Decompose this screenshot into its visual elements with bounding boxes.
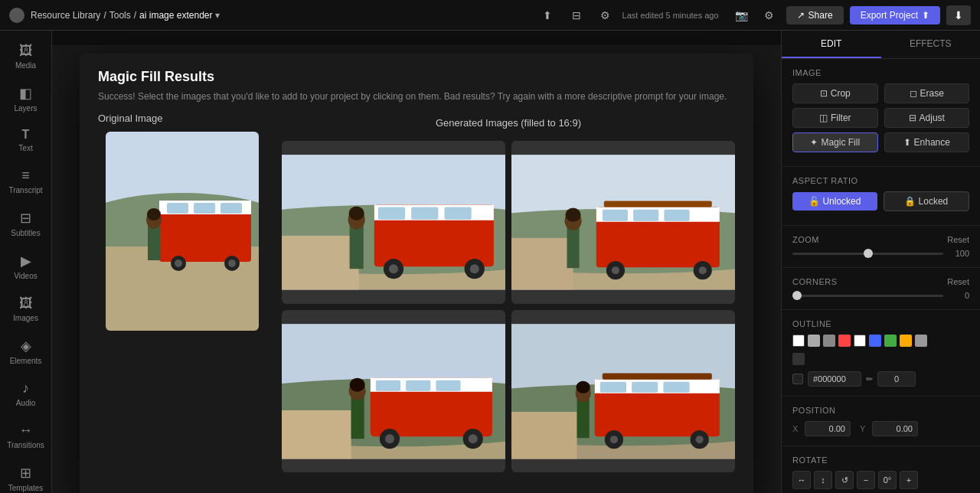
svg-rect-28 bbox=[350, 224, 364, 269]
camera-icon-btn[interactable]: 📷 bbox=[731, 5, 753, 26]
upload-icon-btn[interactable]: ⬆ bbox=[537, 5, 558, 26]
swatch-white[interactable] bbox=[792, 335, 805, 347]
sidebar-item-media[interactable]: 🖼 Media bbox=[4, 37, 48, 76]
export-button[interactable]: Export Project ⬆ bbox=[850, 6, 940, 24]
settings2-icon-btn[interactable]: ⚙ bbox=[759, 5, 780, 26]
swatch-gray1[interactable] bbox=[808, 335, 820, 347]
tab-effects[interactable]: EFFECTS bbox=[881, 31, 981, 58]
svg-rect-45 bbox=[567, 226, 579, 268]
crop-button[interactable]: ⊡ Crop bbox=[792, 83, 878, 103]
settings-icon-btn[interactable]: ⚙ bbox=[595, 5, 616, 26]
adjust-label: Adjust bbox=[920, 113, 945, 123]
svg-point-76 bbox=[610, 436, 618, 443]
color-swatches bbox=[792, 335, 969, 347]
x-label: X bbox=[792, 424, 802, 433]
breadcrumb: Resource Library / Tools / ai image exte… bbox=[31, 10, 220, 21]
outline-checkbox[interactable] bbox=[792, 374, 803, 384]
sidebar-item-transcript[interactable]: ≡ Transcript bbox=[4, 162, 48, 201]
layout-icon-btn[interactable]: ⊟ bbox=[566, 5, 587, 26]
unlocked-button[interactable]: 🔓 Unlocked bbox=[792, 192, 877, 211]
right-panel: EDIT EFFECTS Image ⊡ Crop ◻ Erase bbox=[781, 31, 980, 493]
zoom-slider[interactable] bbox=[792, 253, 943, 255]
outline-hex-input[interactable] bbox=[808, 371, 861, 387]
svg-rect-18 bbox=[282, 236, 359, 289]
filter-button[interactable]: ◫ Filter bbox=[792, 108, 878, 128]
corners-value: 0 bbox=[948, 291, 969, 300]
last-edited-text: Last edited 5 minutes ago bbox=[622, 11, 719, 20]
svg-rect-72 bbox=[663, 381, 689, 392]
aspect-ratio-label: Aspect Ratio bbox=[792, 176, 969, 185]
audio-icon: ♪ bbox=[22, 380, 29, 397]
sidebar-item-elements-label: Elements bbox=[10, 357, 42, 365]
breadcrumb-dropdown-icon[interactable]: ▾ bbox=[215, 10, 220, 21]
swatch-gray2[interactable] bbox=[823, 335, 835, 347]
flip-h-button[interactable]: ↔ bbox=[792, 471, 811, 489]
sidebar-item-templates[interactable]: ⊞ Templates bbox=[4, 459, 48, 493]
lock-icon: 🔒 bbox=[904, 196, 916, 207]
sidebar-item-subtitles[interactable]: ⊟ Subtitles bbox=[4, 204, 48, 243]
flip-v-button[interactable]: ↕ bbox=[814, 471, 832, 489]
sidebar-item-elements[interactable]: ◈ Elements bbox=[4, 331, 48, 371]
edit-icon[interactable]: ✏ bbox=[866, 374, 873, 384]
svg-rect-55 bbox=[406, 380, 430, 390]
crop-label: Crop bbox=[831, 88, 851, 99]
sidebar-item-audio[interactable]: ♪ Audio bbox=[4, 374, 48, 413]
topbar-left: Resource Library / Tools / ai image exte… bbox=[9, 5, 616, 26]
svg-rect-67 bbox=[511, 411, 577, 458]
sidebar-item-layers-label: Layers bbox=[14, 104, 37, 113]
enhance-button[interactable]: ⬆ Enhance bbox=[884, 132, 970, 152]
svg-point-14 bbox=[147, 208, 161, 220]
sidebar-item-transitions[interactable]: ↔ Transitions bbox=[4, 416, 48, 455]
svg-point-77 bbox=[696, 436, 704, 443]
outline-size-input[interactable] bbox=[877, 371, 916, 387]
svg-rect-7 bbox=[220, 203, 242, 214]
x-position-input[interactable] bbox=[805, 421, 851, 436]
transitions-icon: ↔ bbox=[19, 423, 33, 439]
rotate-zero-button[interactable]: 0° bbox=[878, 471, 897, 489]
swatch-orange[interactable] bbox=[900, 335, 912, 347]
svg-rect-70 bbox=[600, 381, 626, 392]
erase-button[interactable]: ◻ Erase bbox=[884, 83, 970, 103]
zoom-reset[interactable]: Reset bbox=[947, 235, 969, 244]
tab-edit[interactable]: EDIT bbox=[782, 31, 881, 58]
share-button[interactable]: ↗ Share bbox=[786, 6, 844, 24]
swatch-blue[interactable] bbox=[869, 335, 881, 347]
image-section-label: Image bbox=[792, 68, 969, 77]
rotate-plus-button[interactable]: + bbox=[900, 471, 918, 489]
generated-image-4[interactable] bbox=[511, 310, 735, 473]
generated-image-1[interactable] bbox=[282, 141, 505, 304]
swatch-red[interactable] bbox=[838, 335, 851, 347]
sidebar-item-images[interactable]: 🖼 Images bbox=[4, 289, 48, 328]
y-position-input[interactable] bbox=[872, 421, 918, 436]
swatch-green[interactable] bbox=[884, 335, 897, 347]
swatch-white2[interactable] bbox=[854, 335, 866, 347]
rotate-minus-button[interactable]: − bbox=[857, 471, 875, 489]
svg-point-80 bbox=[577, 380, 590, 393]
generated-image-2[interactable] bbox=[511, 141, 735, 304]
gen-image-3-svg bbox=[282, 310, 505, 473]
zoom-label: Zoom bbox=[792, 235, 819, 244]
download-button[interactable]: ⬇ bbox=[946, 5, 971, 25]
sidebar-item-videos-label: Videos bbox=[14, 272, 37, 280]
rotate-ccw-button[interactable]: ↺ bbox=[835, 471, 854, 489]
rotate-controls: ↔ ↕ ↺ − 0° + bbox=[792, 471, 969, 489]
corners-section: Corners Reset 0 bbox=[782, 268, 980, 310]
unlock-icon: 🔓 bbox=[808, 196, 820, 207]
adjust-button[interactable]: ⊟ Adjust bbox=[884, 108, 970, 128]
magic-fill-button[interactable]: ✦ Magic Fill bbox=[792, 132, 878, 152]
svg-rect-5 bbox=[167, 203, 188, 214]
swatch-gray3[interactable] bbox=[915, 335, 927, 347]
corners-slider[interactable] bbox=[792, 295, 943, 297]
image-tools-row-3: ✦ Magic Fill ⬆ Enhance bbox=[792, 132, 969, 152]
swatch-dark1[interactable] bbox=[792, 353, 805, 365]
sidebar-item-text-label: Text bbox=[18, 144, 32, 152]
sidebar-item-videos[interactable]: ▶ Videos bbox=[4, 246, 48, 286]
generated-image-3[interactable] bbox=[282, 310, 505, 473]
sidebar-item-layers[interactable]: ◧ Layers bbox=[4, 79, 48, 119]
topbar: Resource Library / Tools / ai image exte… bbox=[0, 0, 980, 31]
locked-button[interactable]: 🔒 Locked bbox=[884, 191, 970, 211]
aspect-ratio-section: Aspect Ratio 🔓 Unlocked 🔒 Locked bbox=[782, 167, 980, 226]
breadcrumb-active: ai image extender bbox=[139, 10, 212, 21]
corners-reset[interactable]: Reset bbox=[947, 277, 969, 286]
sidebar-item-text[interactable]: T Text bbox=[4, 122, 48, 158]
